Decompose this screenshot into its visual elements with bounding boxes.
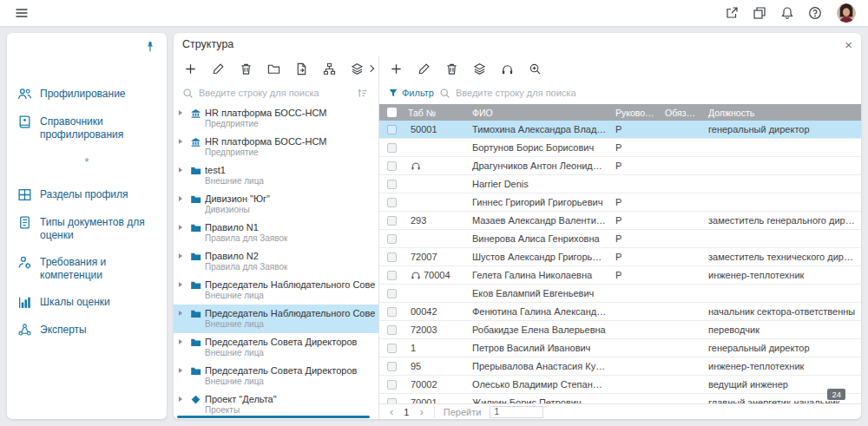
table-row[interactable]: 70004 Гелета Галина Николаевна Р инженер… [379, 266, 861, 285]
sidebar-primary-nav: Профилирование Справочники профилировани… [7, 87, 167, 141]
table-row[interactable]: Гиннес Григорий Григорьевич Р [379, 193, 861, 212]
row-checkbox[interactable] [387, 234, 397, 244]
toolbar-button[interactable] [523, 58, 546, 79]
col-duty[interactable]: Обязан... [661, 108, 704, 118]
toolbar-button[interactable] [318, 58, 340, 79]
tree-item[interactable]: Председатель Наблюдательного Совета Внеш… [174, 276, 378, 305]
next-page-icon[interactable]: › [418, 406, 424, 417]
expand-caret-icon[interactable] [179, 107, 187, 115]
current-page[interactable]: 1 [404, 407, 409, 417]
toolbar-button[interactable] [207, 58, 229, 79]
row-checkbox[interactable] [387, 271, 397, 280]
avatar[interactable] [837, 3, 856, 23]
table-row[interactable]: Еков Евлампий Евгеньевич [379, 285, 861, 303]
horizontal-scrollbar[interactable] [177, 416, 370, 418]
topbar-button[interactable] [806, 3, 825, 23]
expand-caret-icon[interactable] [179, 135, 187, 144]
cell-manager: Р [611, 161, 661, 171]
col-tab-number[interactable]: Таб № [404, 108, 468, 118]
toolbar-button[interactable] [468, 58, 490, 79]
pin-icon[interactable] [142, 40, 158, 56]
topbar-button[interactable] [778, 3, 797, 23]
tree-item[interactable]: Председатель Совета Директоров Внешние л… [174, 333, 378, 362]
row-checkbox[interactable] [387, 380, 397, 390]
sidebar-item[interactable]: Разделы профиля [17, 187, 156, 202]
table-row[interactable]: 00042 Фенютина Галина Александровна нача… [379, 303, 861, 321]
expand-caret-icon[interactable] [179, 164, 187, 173]
sidebar-item[interactable]: Требования и компетенции [17, 255, 156, 282]
tree-item[interactable]: Дивизион "Юг" Дивизионы [174, 190, 378, 219]
topbar-button[interactable] [722, 3, 741, 23]
row-checkbox[interactable] [387, 307, 397, 317]
sidebar-item[interactable]: Профилирование [17, 87, 156, 102]
toolbar-button[interactable] [412, 58, 435, 79]
row-checkbox[interactable] [387, 143, 397, 153]
sort-icon[interactable] [354, 85, 370, 101]
table-row[interactable]: Бортунов Борис Борисович Р [379, 139, 861, 157]
tree-item[interactable]: HR платформа БОСС-НСМ Предприятие [174, 104, 378, 133]
row-checkbox[interactable] [387, 198, 397, 207]
col-fio[interactable]: ФИО [468, 108, 611, 118]
expand-caret-icon[interactable] [179, 193, 187, 201]
expand-caret-icon[interactable] [179, 336, 187, 344]
tree-item[interactable]: Председатель Совета Директоров Внешние л… [174, 362, 378, 390]
expand-caret-icon[interactable] [179, 364, 187, 373]
row-checkbox[interactable] [387, 125, 397, 134]
sidebar-item[interactable]: Справочники профилирования [17, 115, 156, 141]
sidebar-item[interactable]: Шкалы оценки [17, 295, 156, 310]
table-row[interactable]: 50001 Тимохина Александра Владимировна Р… [379, 121, 861, 139]
expand-caret-icon[interactable] [179, 393, 187, 402]
tree-item[interactable]: Правило N1 Правила для Заявок [174, 219, 378, 247]
tree-item[interactable]: Правило N2 Правила для Заявок [174, 247, 378, 276]
row-checkbox[interactable] [387, 161, 397, 171]
expand-caret-icon[interactable] [179, 307, 187, 316]
row-checkbox[interactable] [387, 216, 397, 226]
prev-page-icon[interactable]: ‹ [388, 406, 395, 417]
toolbar-button[interactable] [179, 58, 201, 79]
table-row[interactable]: 95 Прерывалова Анастасия Кузьминична инж… [379, 357, 861, 376]
col-position[interactable]: Должность [704, 108, 861, 118]
select-all-checkbox[interactable] [387, 108, 397, 117]
col-manager[interactable]: Руковод... [611, 108, 661, 118]
toolbar-button[interactable] [345, 58, 368, 79]
table-row[interactable]: 72007 Шустов Александр Григорьевич Р зам… [379, 248, 861, 266]
toolbar-button[interactable] [262, 58, 285, 79]
menu-icon[interactable] [12, 3, 31, 23]
row-checkbox[interactable] [387, 180, 397, 189]
toolbar-button[interactable] [385, 58, 407, 79]
table-row[interactable]: 72003 Робакидзе Елена Валерьевна перевод… [379, 321, 861, 339]
toolbar-button[interactable] [234, 58, 257, 79]
tree-item-name: HR платформа БОСС-НСМ [205, 107, 326, 119]
row-checkbox[interactable] [387, 344, 397, 353]
tree-item[interactable]: test1 Внешние лица [174, 161, 378, 190]
expand-caret-icon[interactable] [179, 250, 187, 259]
sidebar-item[interactable]: Эксперты [17, 323, 156, 338]
tree-item[interactable]: HR платформа БОСС-НСМ Предприятие [174, 133, 378, 161]
row-checkbox[interactable] [387, 252, 397, 262]
table-row[interactable]: Винерова Алиса Генриховна Р [379, 230, 861, 248]
table-search-input[interactable] [456, 88, 852, 98]
table-row[interactable]: 70001 Жилкин Борис Петрович главный энер… [379, 394, 861, 403]
headset-icon [411, 270, 421, 280]
toolbar-button[interactable] [496, 58, 518, 79]
filter-button[interactable]: Фильтр [388, 88, 434, 98]
row-checkbox[interactable] [387, 325, 397, 335]
table-row[interactable]: 1 Петров Василий Иванович генеральный ди… [379, 339, 861, 357]
table-row[interactable]: 70002 Олесько Владимир Степанович ведущи… [379, 376, 861, 394]
toolbar-button[interactable] [290, 58, 312, 79]
tree-item[interactable]: Председатель Наблюдательного Совета Внеш… [174, 305, 378, 333]
toolbar-button[interactable] [440, 58, 463, 79]
tree-search-input[interactable] [199, 88, 349, 98]
close-icon[interactable]: × [845, 38, 852, 51]
sidebar-item[interactable]: Типы документов для оценки [17, 215, 156, 242]
expand-caret-icon[interactable] [179, 279, 187, 287]
table-row[interactable]: Harrier Denis [379, 175, 861, 193]
row-checkbox[interactable] [387, 289, 397, 298]
table-row[interactable]: 293 Мазаев Александр Валентинович Р заме… [379, 212, 861, 230]
row-checkbox[interactable] [387, 362, 397, 371]
chevron-right-icon[interactable] [368, 58, 373, 79]
goto-page-input[interactable] [490, 406, 543, 418]
expand-caret-icon[interactable] [179, 221, 187, 230]
topbar-button[interactable] [750, 3, 769, 23]
table-row[interactable]: Драгунчиков Антон Леонидович Р [379, 157, 861, 175]
